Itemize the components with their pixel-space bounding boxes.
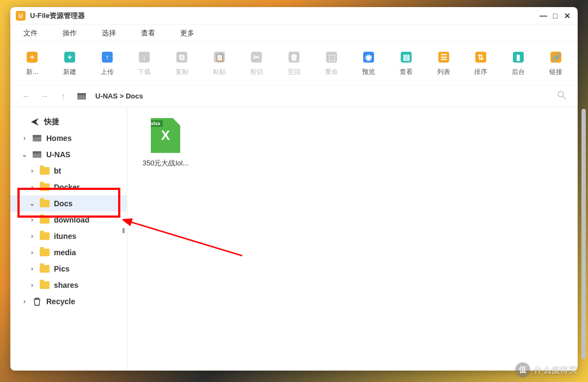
file-item-xlsx[interactable]: xlsx X 350元大战lol... [138,118,193,168]
nav-forward-icon[interactable]: → [40,91,50,101]
cut-label: 剪切 [250,67,263,77]
chevron-icon: › [29,281,35,289]
sidebar-item-pics[interactable]: ›Pics [10,261,127,277]
menu-select[interactable]: 选择 [102,28,116,38]
toolbar: + 新... + 新建 ↑ 上传 ↓ 下载 ⧉ 复制 📋 粘贴 ✂ 剪切 🗑 至… [10,42,578,85]
toolbar-view[interactable]: ▤ 查看 [397,50,415,77]
folder-icon [40,249,50,256]
minimize-button[interactable]: — [538,11,548,21]
menu-action[interactable]: 操作 [63,28,77,38]
toolbar-rename: ⬚ 重命 [322,50,340,77]
drive-icon [32,151,42,158]
maximize-button[interactable]: □ [550,11,560,21]
toolbar-recycle: 🗑 至回 [285,50,303,77]
chevron-icon: › [29,183,35,191]
view-icon: ▤ [399,50,413,64]
nav-back-icon[interactable]: ← [21,91,31,101]
toolbar-background[interactable]: ▮ 后台 [510,50,528,77]
svg-text:⬚: ⬚ [328,53,335,61]
copy-label: 复制 [175,67,188,77]
toolbar-download: ↓ 下载 [136,50,154,77]
app-title: U-File资源管理器 [30,11,85,21]
nav-up-icon[interactable]: ↑ [58,91,68,101]
toolbar-link[interactable]: 🔗 链接 [547,50,565,77]
svg-text:🔗: 🔗 [551,53,561,62]
folder-icon [40,216,50,224]
sidebar-item-label: media [54,248,76,257]
sidebar-item-unas[interactable]: ⌄U-NAS [10,146,127,163]
window-controls: — □ ✕ [538,11,572,21]
svg-text:◉: ◉ [365,53,372,61]
app-window: U U-File资源管理器 — □ ✕ 文件 操作 选择 查看 更多 + 新..… [10,7,578,371]
close-button[interactable]: ✕ [562,11,572,21]
sidebar-item-docker[interactable]: ›Docker [10,179,127,195]
download-icon: ↓ [137,50,151,64]
folder-icon [40,200,50,207]
search-icon[interactable] [557,90,567,102]
watermark-text: 什么值得买 [534,365,577,376]
toolbar-cut: ✂ 剪切 [248,50,266,77]
folder-icon [40,167,50,175]
sidebar-item-bt[interactable]: ›bt [10,163,127,179]
list-label: 列表 [437,67,450,77]
sidebar-item-label: shares [54,281,78,289]
breadcrumb[interactable]: U-NAS > Docs [95,92,548,100]
svg-text:+: + [68,53,72,61]
location-drive-icon [77,93,87,100]
toolbar-sort[interactable]: ⇅ 排序 [472,50,490,77]
toolbar-copy: ⧉ 复制 [173,50,191,77]
watermark: 值 什么值得买 [515,362,577,378]
sidebar: 快捷 ›Homes⌄U-NAS›bt›Docker⌄Docs›download›… [10,107,127,371]
sidebar-item-itunes[interactable]: ›itunes [10,228,127,244]
chevron-icon: › [29,232,35,240]
menu-view[interactable]: 查看 [141,28,155,38]
toolbar-list[interactable]: ☰ 列表 [434,50,452,77]
toolbar-preview[interactable]: ◉ 预览 [360,50,378,77]
sidebar-shortcuts[interactable]: 快捷 [10,114,127,130]
sidebar-item-shares[interactable]: ›shares [10,277,127,293]
svg-text:▤: ▤ [403,53,410,61]
sidebar-item-homes[interactable]: ›Homes [10,130,127,146]
sidebar-item-download[interactable]: ›download [10,212,127,228]
paste-label: 粘贴 [213,67,226,77]
trash-icon [33,297,41,306]
paste-icon: 📋 [212,50,226,64]
scrollbar[interactable] [581,109,586,359]
background-label: 后台 [512,67,525,77]
sidebar-item-recycle[interactable]: ›Recycle [10,293,127,310]
sidebar-item-label: Docs [54,199,72,208]
drive-icon [32,134,42,142]
sidebar-item-media[interactable]: ›media [10,244,127,261]
titlebar: U U-File资源管理器 — □ ✕ [10,7,578,24]
menu-file[interactable]: 文件 [23,28,38,38]
file-name-label: 350元大战lol... [143,158,189,168]
svg-text:⧉: ⧉ [179,53,185,61]
chevron-icon: › [29,167,35,175]
svg-point-32 [558,91,564,97]
toolbar-paste: 📋 粘贴 [210,50,228,77]
chevron-icon: ⌄ [21,151,28,158]
recycle-label: 至回 [287,67,301,77]
sidebar-item-label: Homes [46,134,72,143]
sidebar-item-label: Docker [54,183,79,192]
xlsx-letter: X [161,128,170,143]
view-label: 查看 [400,67,413,77]
send-icon [30,117,40,127]
xlsx-badge: xlsx [149,120,163,127]
toolbar-new-file[interactable]: + 新建 [61,50,79,77]
sidebar-item-label: Recycle [46,297,75,306]
app-icon: U [16,11,26,21]
sidebar-drag-handle[interactable] [122,228,125,233]
folder-icon [40,281,50,289]
file-grid[interactable]: xlsx X 350元大战lol... [127,107,578,371]
toolbar-new-folder[interactable]: + 新... [23,50,41,77]
sort-label: 排序 [474,67,487,77]
toolbar-upload[interactable]: ↑ 上传 [98,50,116,77]
sidebar-item-docs[interactable]: ⌄Docs [10,195,127,212]
download-label: 下载 [138,67,151,77]
new-file-icon: + [63,50,77,64]
svg-rect-31 [77,93,86,95]
background-icon: ▮ [511,50,525,64]
chevron-icon: › [21,134,28,142]
menu-more[interactable]: 更多 [180,28,194,38]
